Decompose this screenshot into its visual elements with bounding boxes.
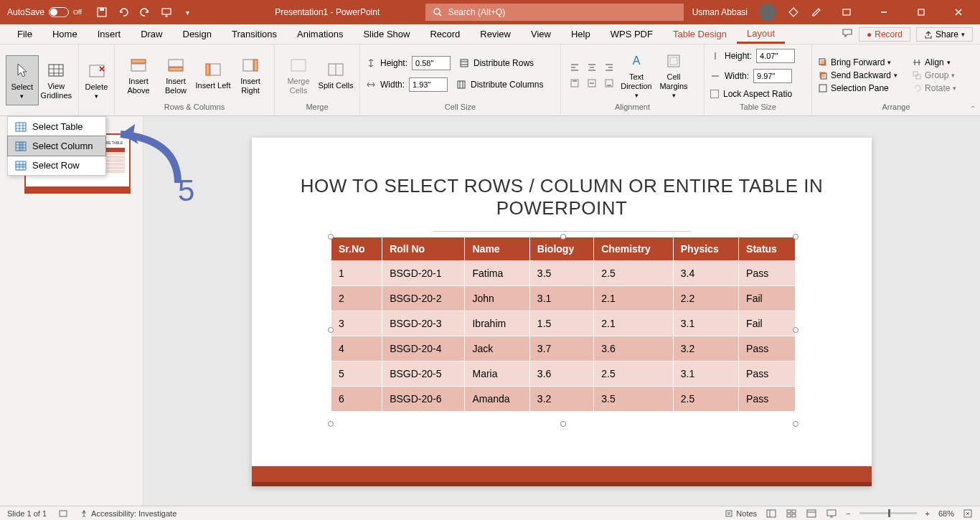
table-row[interactable]: 2BSGD-20-2John3.12.12.2Fail (331, 286, 796, 311)
table-cell[interactable]: 5 (331, 361, 382, 387)
insert-right-button[interactable]: Insert Right (232, 50, 268, 100)
table-cell[interactable]: 3.1 (673, 361, 738, 387)
select-button[interactable]: Select▾ (6, 55, 39, 105)
table-row[interactable]: 5BSGD-20-5Maria3.62.53.1Pass (331, 361, 796, 387)
table-cell[interactable]: Pass (739, 387, 796, 412)
menu-record[interactable]: Record (420, 26, 470, 42)
table-cell[interactable]: 6 (331, 387, 382, 412)
table-cell[interactable]: 3 (331, 311, 382, 336)
normal-view-icon[interactable] (765, 509, 777, 519)
align-center-icon[interactable] (584, 60, 600, 75)
menu-transitions[interactable]: Transitions (222, 26, 287, 42)
table-cell[interactable]: 1 (331, 261, 382, 286)
insert-above-button[interactable]: Insert Above (121, 50, 156, 100)
table-cell[interactable]: 2 (331, 286, 382, 311)
distribute-rows-button[interactable]: Distribute Rows (459, 58, 534, 68)
zoom-out-icon[interactable]: − (846, 509, 850, 518)
table-row[interactable]: 4BSGD-20-4Jack3.73.63.2Pass (331, 336, 796, 361)
split-cells-button[interactable]: Split Cells (318, 50, 354, 100)
table-cell[interactable]: BSGD-20-4 (382, 336, 465, 361)
table-cell[interactable]: 3.1 (673, 311, 738, 336)
table-cell[interactable]: 3.4 (673, 261, 738, 286)
table-cell[interactable]: 3.7 (529, 336, 593, 361)
table-cell[interactable]: BSGD-20-5 (382, 361, 465, 387)
undo-icon[interactable] (118, 6, 129, 18)
table-row[interactable]: 6BSGD-20-6Amanda3.23.52.5Pass (331, 387, 796, 412)
group-button[interactable]: Group▾ (912, 70, 956, 80)
cell-width-input[interactable] (409, 77, 448, 92)
align-middle-icon[interactable] (584, 76, 600, 90)
delete-button[interactable]: Delete▾ (85, 55, 108, 105)
table-cell[interactable]: Maria (465, 361, 529, 387)
table-cell[interactable]: BSGD-20-6 (382, 387, 465, 412)
cell-height-input[interactable] (412, 56, 451, 70)
table-cell[interactable]: BSGD-20-3 (382, 311, 465, 336)
table-cell[interactable]: 3.6 (529, 361, 593, 387)
selection-pane-button[interactable]: Selection Pane (818, 83, 897, 93)
share-button[interactable]: Share▾ (916, 27, 973, 42)
maximize-button[interactable] (908, 1, 934, 24)
present-icon[interactable] (161, 6, 172, 18)
zoom-slider[interactable] (859, 512, 917, 514)
table-cell[interactable]: Ibrahim (465, 311, 529, 336)
slideshow-view-icon[interactable] (826, 509, 837, 519)
table-cell[interactable]: 3.5 (529, 261, 593, 286)
cell-margins-button[interactable]: Cell Margins▾ (656, 50, 692, 100)
search-box[interactable]: Search (Alt+Q) (425, 4, 684, 21)
menu-insert[interactable]: Insert (88, 26, 131, 42)
user-name[interactable]: Usman Abbasi (692, 7, 748, 17)
ribbon-mode-icon[interactable] (834, 1, 859, 24)
toggle-switch[interactable] (49, 7, 69, 17)
table-width-input[interactable] (753, 69, 792, 83)
menu-slideshow[interactable]: Slide Show (353, 26, 420, 42)
reading-view-icon[interactable] (806, 509, 817, 519)
menu-design[interactable]: Design (173, 26, 222, 42)
align-top-icon[interactable] (567, 76, 583, 90)
table-cell[interactable]: Fail (739, 286, 796, 311)
insert-left-button[interactable]: Insert Left (195, 50, 231, 100)
autosave-toggle[interactable]: AutoSave Off (0, 7, 89, 17)
merge-cells-button[interactable]: Merge Cells (281, 50, 316, 100)
menu-wpspdf[interactable]: WPS PDF (600, 26, 663, 42)
table-cell[interactable]: 2.1 (594, 311, 674, 336)
select-row-item[interactable]: Select Row (8, 156, 105, 175)
table-cell[interactable]: 4 (331, 336, 382, 361)
table-cell[interactable]: BSGD-20-1 (382, 261, 465, 286)
table-header-cell[interactable]: Biology (529, 237, 593, 261)
table-cell[interactable]: 2.2 (673, 286, 738, 311)
insert-below-button[interactable]: Insert Below (158, 50, 194, 100)
table-header-cell[interactable]: Physics (673, 237, 738, 261)
table-cell[interactable]: John (465, 286, 529, 311)
table-row[interactable]: 1BSGD-20-1Fatima3.52.53.4Pass (331, 261, 796, 286)
comments-icon[interactable] (842, 27, 853, 42)
align-bottom-icon[interactable] (601, 76, 617, 90)
menu-layout[interactable]: Layout (737, 25, 785, 44)
menu-view[interactable]: View (521, 26, 561, 42)
table-header-cell[interactable]: Roll No (382, 237, 465, 261)
table-cell[interactable]: Fatima (465, 261, 529, 286)
text-direction-button[interactable]: AText Direction▾ (618, 50, 654, 100)
sorter-view-icon[interactable] (786, 509, 797, 519)
table-cell[interactable]: 1.5 (529, 311, 593, 336)
table-cell[interactable]: 3.1 (529, 286, 593, 311)
zoom-in-icon[interactable]: + (925, 509, 930, 518)
menu-review[interactable]: Review (470, 26, 521, 42)
collapse-ribbon-icon[interactable]: ⌃ (970, 105, 976, 113)
table-cell[interactable]: Fail (739, 311, 796, 336)
lock-aspect-checkbox[interactable]: Lock Aspect Ratio (710, 89, 792, 99)
zoom-level[interactable]: 68% (938, 509, 954, 518)
table-cell[interactable]: 2.1 (594, 286, 674, 311)
table-cell[interactable]: Amanda (465, 387, 529, 412)
table-cell[interactable]: 2.5 (673, 387, 738, 412)
table-cell[interactable]: 3.2 (673, 336, 738, 361)
table-cell[interactable]: Jack (465, 336, 529, 361)
table-cell[interactable]: 2.5 (594, 361, 674, 387)
slide-title[interactable]: HOW TO SELECT ROWS / COLUMN OR ENTIRE TA… (252, 138, 872, 219)
record-button[interactable]: ●Record (859, 27, 910, 42)
pen-icon[interactable] (811, 6, 822, 18)
distribute-columns-button[interactable]: Distribute Columns (456, 80, 543, 90)
table-header-cell[interactable]: Sr.No (331, 237, 382, 261)
rotate-button[interactable]: Rotate▾ (912, 83, 956, 93)
menu-draw[interactable]: Draw (131, 26, 172, 42)
close-button[interactable] (946, 1, 971, 24)
